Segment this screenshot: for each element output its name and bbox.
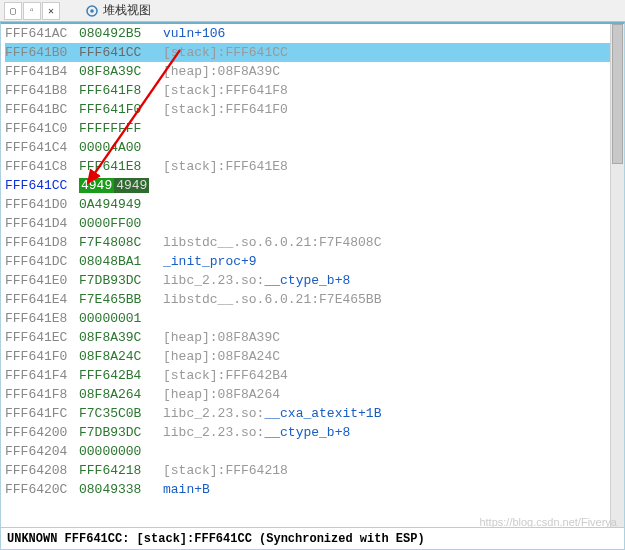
comment: vuln+106 xyxy=(163,26,225,41)
stack-row[interactable]: FFF641DC08048BA1_init_proc+9 xyxy=(5,252,610,271)
address: FFF641DC xyxy=(5,252,79,271)
value: FFF64218 xyxy=(79,461,163,480)
panel-title-text: 堆栈视图 xyxy=(103,2,151,19)
symbol-link[interactable]: _init_proc+9 xyxy=(163,254,257,269)
comment: [heap]:08F8A39C xyxy=(163,330,280,345)
stack-row[interactable]: FFF641B0FFF641CC[stack]:FFF641CC xyxy=(5,43,610,62)
value: FFF641F0 xyxy=(79,100,163,119)
value: 080492B5 xyxy=(79,24,163,43)
stack-row[interactable]: FFF641E0F7DB93DClibc_2.23.so:__ctype_b+8 xyxy=(5,271,610,290)
stack-row[interactable]: FFF641B408F8A39C[heap]:08F8A39C xyxy=(5,62,610,81)
value: 49494949 xyxy=(79,176,163,195)
value: FFF641F8 xyxy=(79,81,163,100)
comment: libc_2.23.so:__ctype_b+8 xyxy=(163,425,350,440)
value: 08048BA1 xyxy=(79,252,163,271)
address: FFF641D4 xyxy=(5,214,79,233)
stack-row[interactable]: FFF6420C08049338main+B xyxy=(5,480,610,499)
address: FFF641E0 xyxy=(5,271,79,290)
stack-row[interactable]: FFF641C8FFF641E8[stack]:FFF641E8 xyxy=(5,157,610,176)
toolbar-btn-1[interactable]: ▢ xyxy=(4,2,22,20)
symbol-link[interactable]: __ctype_b+8 xyxy=(264,425,350,440)
address: FFF641E8 xyxy=(5,309,79,328)
value: 08049338 xyxy=(79,480,163,499)
stack-row[interactable]: FFF641BCFFF641F0[stack]:FFF641F0 xyxy=(5,100,610,119)
address: FFF641EC xyxy=(5,328,79,347)
comment: libstdc__.so.6.0.21:F7F4808C xyxy=(163,235,381,250)
stack-rows[interactable]: FFF641AC080492B5vuln+106FFF641B0FFF641CC… xyxy=(1,24,610,527)
stack-row[interactable]: FFF641E800000001 xyxy=(5,309,610,328)
value: 00000001 xyxy=(79,309,163,328)
address: FFF641F4 xyxy=(5,366,79,385)
address: FFF641BC xyxy=(5,100,79,119)
value: FFF642B4 xyxy=(79,366,163,385)
stack-row[interactable]: FFF641F008F8A24C[heap]:08F8A24C xyxy=(5,347,610,366)
scrollbar-thumb[interactable] xyxy=(612,24,623,164)
symbol-link[interactable]: __cxa_atexit+1B xyxy=(264,406,381,421)
comment: [heap]:08F8A39C xyxy=(163,64,280,79)
stack-row[interactable]: FFF641D40000FF00 xyxy=(5,214,610,233)
status-bar: UNKNOWN FFF641CC: [stack]:FFF641CC (Sync… xyxy=(0,528,625,550)
stack-view: FFF641AC080492B5vuln+106FFF641B0FFF641CC… xyxy=(0,22,625,528)
toolbar-close[interactable]: ✕ xyxy=(42,2,60,20)
toolbar-btn-2[interactable]: ▫ xyxy=(23,2,41,20)
stack-row[interactable]: FFF641CC49494949 xyxy=(5,176,610,195)
stack-row[interactable]: FFF641F4FFF642B4[stack]:FFF642B4 xyxy=(5,366,610,385)
comment: libc_2.23.so:__cxa_atexit+1B xyxy=(163,406,381,421)
value: 00004A00 xyxy=(79,138,163,157)
symbol-link[interactable]: main+B xyxy=(163,482,210,497)
value: 00000000 xyxy=(79,442,163,461)
value: 08F8A39C xyxy=(79,62,163,81)
value: 0A494949 xyxy=(79,195,163,214)
symbol-link[interactable]: vuln+106 xyxy=(163,26,225,41)
stack-icon xyxy=(85,4,99,18)
value: 08F8A39C xyxy=(79,328,163,347)
comment: _init_proc+9 xyxy=(163,254,257,269)
status-text: UNKNOWN FFF641CC: [stack]:FFF641CC (Sync… xyxy=(7,532,425,546)
address: FFF641D8 xyxy=(5,233,79,252)
comment: [stack]:FFF64218 xyxy=(163,463,288,478)
address: FFF641FC xyxy=(5,404,79,423)
comment: libstdc__.so.6.0.21:F7E465BB xyxy=(163,292,381,307)
comment: [stack]:FFF641F0 xyxy=(163,102,288,117)
value: F7DB93DC xyxy=(79,271,163,290)
comment: libc_2.23.so:__ctype_b+8 xyxy=(163,273,350,288)
stack-row[interactable]: FFF641C400004A00 xyxy=(5,138,610,157)
address: FFF641CC xyxy=(5,176,79,195)
value: 0000FF00 xyxy=(79,214,163,233)
comment: [stack]:FFF641CC xyxy=(163,45,288,60)
symbol-link[interactable]: __ctype_b+8 xyxy=(264,273,350,288)
address: FFF641C4 xyxy=(5,138,79,157)
stack-row[interactable]: FFF641EC08F8A39C[heap]:08F8A39C xyxy=(5,328,610,347)
vertical-scrollbar[interactable] xyxy=(610,24,624,527)
address: FFF641E4 xyxy=(5,290,79,309)
value: F7C35C0B xyxy=(79,404,163,423)
value: FFF641CC xyxy=(79,43,163,62)
value: FFFFFFFF xyxy=(79,119,163,138)
stack-row[interactable]: FFF641E4F7E465BBlibstdc__.so.6.0.21:F7E4… xyxy=(5,290,610,309)
comment: main+B xyxy=(163,482,210,497)
stack-row[interactable]: FFF641D00A494949 xyxy=(5,195,610,214)
stack-row[interactable]: FFF641C0FFFFFFFF xyxy=(5,119,610,138)
stack-row[interactable]: FFF641B8FFF641F8[stack]:FFF641F8 xyxy=(5,81,610,100)
svg-point-1 xyxy=(90,9,94,13)
comment: [stack]:FFF642B4 xyxy=(163,368,288,383)
address: FFF641B8 xyxy=(5,81,79,100)
stack-row[interactable]: FFF6420400000000 xyxy=(5,442,610,461)
address: FFF641F8 xyxy=(5,385,79,404)
address: FFF64208 xyxy=(5,461,79,480)
comment: [stack]:FFF641E8 xyxy=(163,159,288,174)
address: FFF6420C xyxy=(5,480,79,499)
stack-row[interactable]: FFF64200F7DB93DClibc_2.23.so:__ctype_b+8 xyxy=(5,423,610,442)
address: FFF641AC xyxy=(5,24,79,43)
address: FFF64204 xyxy=(5,442,79,461)
address: FFF641B0 xyxy=(5,43,79,62)
stack-row[interactable]: FFF64208FFF64218[stack]:FFF64218 xyxy=(5,461,610,480)
stack-row[interactable]: FFF641F808F8A264[heap]:08F8A264 xyxy=(5,385,610,404)
stack-row[interactable]: FFF641AC080492B5vuln+106 xyxy=(5,24,610,43)
value: 08F8A24C xyxy=(79,347,163,366)
stack-row[interactable]: FFF641D8F7F4808Clibstdc__.so.6.0.21:F7F4… xyxy=(5,233,610,252)
panel-title: 堆栈视图 xyxy=(85,2,151,19)
value: F7F4808C xyxy=(79,233,163,252)
stack-row[interactable]: FFF641FCF7C35C0Blibc_2.23.so:__cxa_atexi… xyxy=(5,404,610,423)
comment: [stack]:FFF641F8 xyxy=(163,83,288,98)
